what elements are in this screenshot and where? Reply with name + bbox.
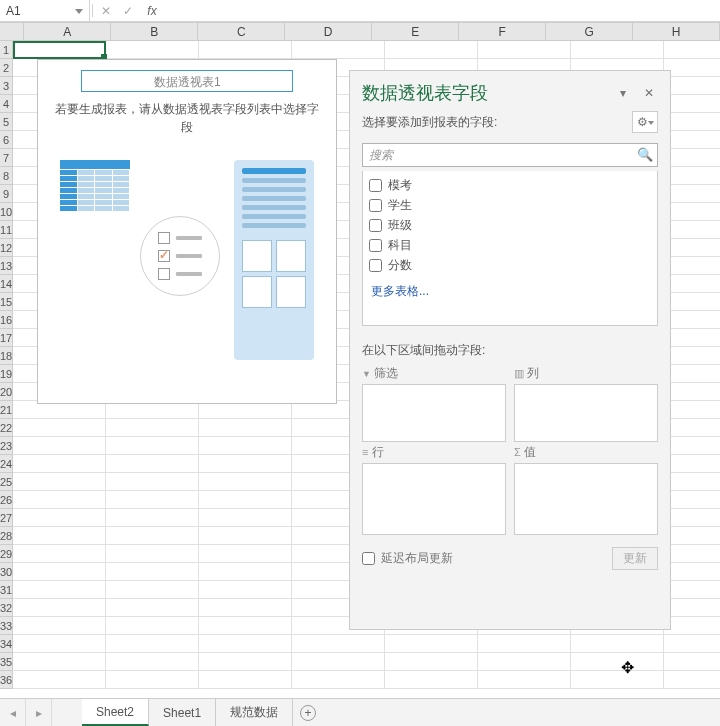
values-drop-area[interactable] [514, 463, 658, 535]
cell[interactable] [664, 635, 720, 653]
cell[interactable] [106, 635, 199, 653]
search-icon[interactable]: 🔍 [637, 147, 653, 162]
row-header[interactable]: 5 [0, 113, 12, 131]
cell[interactable] [13, 635, 106, 653]
row-header[interactable]: 3 [0, 77, 12, 95]
col-header[interactable]: G [546, 23, 633, 40]
row-header[interactable]: 19 [0, 365, 12, 383]
field-item[interactable]: 分数 [369, 255, 651, 275]
cell[interactable] [664, 203, 720, 221]
cell[interactable] [664, 257, 720, 275]
col-header[interactable]: E [372, 23, 459, 40]
search-input[interactable] [362, 143, 658, 167]
cell[interactable] [13, 581, 106, 599]
field-checkbox[interactable] [369, 239, 382, 252]
cell[interactable] [292, 653, 385, 671]
field-item[interactable]: 班级 [369, 215, 651, 235]
cell[interactable] [13, 563, 106, 581]
row-header[interactable]: 35 [0, 653, 12, 671]
cell[interactable] [571, 653, 664, 671]
filter-drop-area[interactable] [362, 384, 506, 442]
col-header[interactable]: B [111, 23, 198, 40]
row-header[interactable]: 24 [0, 455, 12, 473]
row-header[interactable]: 27 [0, 509, 12, 527]
row-header[interactable]: 31 [0, 581, 12, 599]
columns-drop-area[interactable] [514, 384, 658, 442]
cell[interactable] [478, 635, 571, 653]
col-header[interactable]: D [285, 23, 372, 40]
cell[interactable] [106, 473, 199, 491]
row-header[interactable]: 25 [0, 473, 12, 491]
cell[interactable] [199, 617, 292, 635]
cell[interactable] [664, 365, 720, 383]
cell[interactable] [199, 653, 292, 671]
cell[interactable] [199, 491, 292, 509]
cell[interactable] [13, 617, 106, 635]
row-header[interactable]: 1 [0, 41, 12, 59]
sheet-tab[interactable]: Sheet2 [82, 699, 149, 726]
field-checkbox[interactable] [369, 219, 382, 232]
cell[interactable] [199, 581, 292, 599]
row-header[interactable]: 22 [0, 419, 12, 437]
cell[interactable] [13, 419, 106, 437]
cell[interactable] [106, 491, 199, 509]
cell[interactable] [664, 671, 720, 689]
cell[interactable] [664, 419, 720, 437]
cell[interactable] [664, 437, 720, 455]
cell[interactable] [664, 653, 720, 671]
row-header[interactable]: 9 [0, 185, 12, 203]
row-header[interactable]: 11 [0, 221, 12, 239]
cell[interactable] [106, 419, 199, 437]
cell[interactable] [664, 383, 720, 401]
cell[interactable] [664, 167, 720, 185]
update-button[interactable]: 更新 [612, 547, 658, 570]
cell[interactable] [13, 653, 106, 671]
row-header[interactable]: 23 [0, 437, 12, 455]
cell[interactable] [106, 653, 199, 671]
cell[interactable] [664, 149, 720, 167]
name-box[interactable]: A1 [0, 0, 90, 21]
cell[interactable] [664, 599, 720, 617]
field-checkbox[interactable] [369, 179, 382, 192]
select-all-corner[interactable] [0, 23, 24, 40]
row-header[interactable]: 33 [0, 617, 12, 635]
more-tables-link[interactable]: 更多表格... [369, 283, 651, 300]
cell[interactable] [664, 617, 720, 635]
row-header[interactable]: 6 [0, 131, 12, 149]
row-header[interactable]: 36 [0, 671, 12, 689]
row-header[interactable]: 13 [0, 257, 12, 275]
cell[interactable] [664, 77, 720, 95]
row-header[interactable]: 16 [0, 311, 12, 329]
col-header[interactable]: F [459, 23, 546, 40]
cell[interactable] [571, 671, 664, 689]
cell[interactable] [199, 509, 292, 527]
pivot-placeholder-title[interactable]: 数据透视表1 [81, 70, 293, 92]
cell[interactable] [571, 41, 664, 59]
row-header[interactable]: 32 [0, 599, 12, 617]
cancel-icon[interactable]: ✕ [95, 0, 117, 21]
cell[interactable] [13, 527, 106, 545]
cell[interactable] [106, 509, 199, 527]
cell[interactable] [106, 563, 199, 581]
cell[interactable] [664, 293, 720, 311]
cell[interactable] [199, 563, 292, 581]
rows-drop-area[interactable] [362, 463, 506, 535]
cell[interactable] [664, 491, 720, 509]
cell[interactable] [106, 437, 199, 455]
cell[interactable] [664, 239, 720, 257]
cell[interactable] [478, 671, 571, 689]
row-header[interactable]: 17 [0, 329, 12, 347]
cell[interactable] [385, 635, 478, 653]
row-header[interactable]: 28 [0, 527, 12, 545]
cell[interactable] [199, 599, 292, 617]
cell[interactable] [664, 527, 720, 545]
row-header[interactable]: 30 [0, 563, 12, 581]
gear-icon[interactable]: ⚙ [632, 111, 658, 133]
cell[interactable] [13, 455, 106, 473]
cell[interactable] [292, 671, 385, 689]
row-header[interactable]: 4 [0, 95, 12, 113]
cell[interactable] [385, 653, 478, 671]
sheet-tab[interactable]: Sheet1 [149, 699, 216, 726]
cell[interactable] [664, 347, 720, 365]
cell[interactable] [199, 41, 292, 59]
